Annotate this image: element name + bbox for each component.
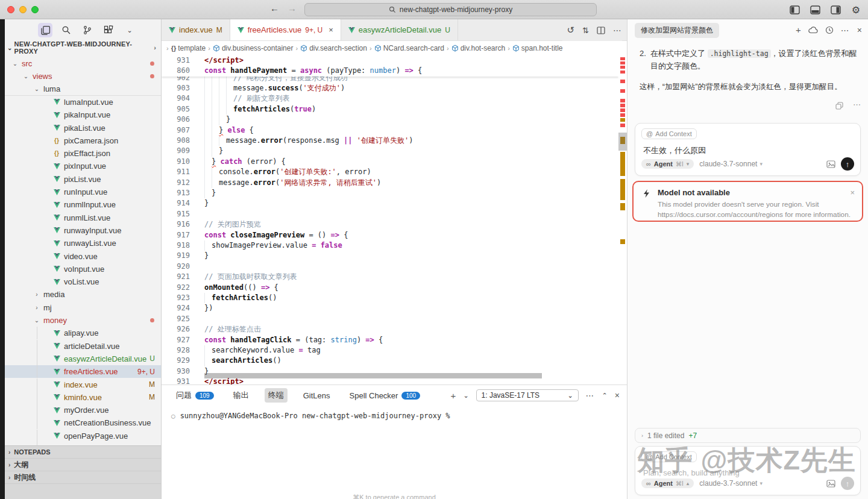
chat-input-card-bottom[interactable]: @ Add Context Plan, search, build anythi… (635, 446, 861, 495)
more-icon[interactable]: ⋯ (841, 25, 850, 35)
sidebar-tool-extensions-icon[interactable] (101, 23, 116, 37)
sidebar-section-时间线[interactable]: ›时间线 (5, 471, 161, 484)
tree-item-freeArticles.vue[interactable]: freeArticles.vue9+, U (5, 365, 161, 378)
plus-icon[interactable]: + (451, 391, 456, 401)
layout-panel-icon[interactable] (809, 4, 821, 16)
tree-item-voInput.vue[interactable]: voInput.vue (5, 263, 161, 275)
send-button[interactable]: ↑ (841, 477, 854, 490)
tree-item-media[interactable]: ›media (5, 288, 161, 301)
sidebar-tool-search-icon[interactable] (59, 23, 74, 37)
chevron-down-icon[interactable]: ⌄ (463, 392, 468, 400)
tree-item-articleDetail.vue[interactable]: articleDetail.vue (5, 340, 161, 353)
tree-item-runmlList.vue[interactable]: runmlList.vue (5, 212, 161, 224)
split-editor-icon[interactable] (597, 27, 605, 34)
more-icon[interactable]: ⋯ (853, 102, 861, 110)
panel-tab-问题[interactable]: 问题109 (172, 388, 218, 403)
panel-tab-输出[interactable]: 输出 (230, 388, 253, 403)
layout-sidebar-left-icon[interactable] (788, 4, 800, 16)
breadcrumb-item-div.search-section[interactable]: div.search-section (300, 44, 367, 52)
tree-item-luma[interactable]: ⌄luma (5, 83, 161, 96)
sidebar-tool-files-icon[interactable] (38, 23, 52, 37)
close-icon[interactable]: × (857, 25, 862, 35)
tree-item-pixCamera.json[interactable]: {}pixCamera.json (5, 134, 161, 147)
tree-item-kminfo.vue[interactable]: kminfo.vueM (5, 391, 161, 404)
breadcrumb-item-NCard.search-card[interactable]: NCard.search-card (374, 44, 444, 52)
tree-item-pixList.vue[interactable]: pixList.vue (5, 173, 161, 186)
breadcrumb-item-div.business-container[interactable]: div.business-container (213, 44, 294, 52)
image-attach-icon[interactable] (826, 160, 835, 168)
tree-item-easywzArticleDetail.vue[interactable]: easywzArticleDetail.vueU (5, 353, 161, 365)
minimize-window-button[interactable] (19, 6, 27, 13)
zoom-window-button[interactable] (31, 6, 39, 13)
layout-sidebar-right-icon[interactable] (829, 4, 841, 16)
terminal-prompt-line[interactable]: ○ sunnyzhou@YANGdeMacBook-Pro new-chatgp… (171, 412, 450, 420)
open-changes-icon[interactable]: ⇅ (582, 26, 589, 35)
model-selector[interactable]: claude-3.7-sonnet ▾ (699, 479, 763, 488)
tree-item-pikaList.vue[interactable]: pikaList.vue (5, 122, 161, 134)
close-icon[interactable]: × (850, 188, 855, 197)
forward-arrow-icon[interactable]: → (288, 3, 297, 13)
close-icon[interactable]: × (615, 391, 620, 400)
sidebar-tool-source-control-icon[interactable] (80, 23, 95, 37)
tree-item-netCreationBusiness.vue[interactable]: netCreationBusiness.vue (5, 416, 161, 429)
tree-item-runwayList.vue[interactable]: runwayList.vue (5, 237, 161, 250)
tree-item-video.vue[interactable]: video.vue (5, 250, 161, 263)
terminal-profile-select[interactable]: 1: JavaSE-17 LTS⌄ (476, 389, 579, 401)
sidebar-section-NOTEPADS[interactable]: ›NOTEPADS (5, 446, 161, 459)
more-icon[interactable]: ⋯ (613, 25, 622, 35)
add-context-chip[interactable]: @ Add Context (641, 451, 697, 462)
tree-item-alipay.vue[interactable]: alipay.vue (5, 327, 161, 339)
command-center-search[interactable]: new-chatgpt-web-midjourney-proxy (304, 3, 597, 16)
agent-mode-selector[interactable]: ∞ Agent ⌘I ▴ (641, 479, 694, 488)
tree-item-voList.vue[interactable]: voList.vue (5, 275, 161, 288)
vertical-scrollbar-thumb[interactable] (618, 133, 627, 151)
editor-tab-easywzArticleDetail.vue[interactable]: easywzArticleDetail.vueU (341, 19, 458, 40)
history-icon[interactable]: ↺ (567, 25, 575, 36)
tree-item-runInput.vue[interactable]: runInput.vue (5, 186, 161, 198)
code-editor[interactable]: 931</script>860const handlePayment = asy… (162, 55, 627, 384)
sidebar-tool-chevron-down-icon[interactable]: ⌄ (122, 23, 137, 37)
add-context-chip[interactable]: @ Add Context (641, 128, 697, 139)
chat-input-placeholder[interactable]: Plan, search, build anything (643, 468, 740, 477)
tree-item-pixInput.vue[interactable]: pixInput.vue (5, 160, 161, 172)
tree-item-pixEffact.json[interactable]: {}pixEffact.json (5, 147, 161, 160)
editor-tab-index.vue[interactable]: index.vueM (162, 19, 230, 40)
breadcrumb-item-span.hot-title[interactable]: span.hot-title (512, 44, 563, 52)
tree-item-runwayInput.vue[interactable]: runwayInput.vue (5, 224, 161, 237)
image-attach-icon[interactable] (826, 480, 835, 488)
panel-tab-GitLens[interactable]: GitLens (300, 389, 334, 402)
editor-tab-freeArticles.vue[interactable]: freeArticles.vue9+, U× (230, 19, 341, 40)
tree-item-src[interactable]: ⌄src (5, 57, 161, 70)
chevron-up-icon[interactable]: ⌃ (602, 392, 608, 400)
tree-item-myOrder.vue[interactable]: myOrder.vue (5, 404, 161, 416)
tree-item-money[interactable]: ⌄money (5, 314, 161, 327)
tree-item-mj[interactable]: ›mj (5, 301, 161, 314)
files-edited-summary[interactable]: › 1 file edited +7 (635, 428, 861, 443)
copy-icon[interactable] (835, 102, 843, 110)
gear-icon[interactable]: ⚙ (850, 4, 862, 16)
close-window-button[interactable] (7, 6, 14, 13)
breadcrumb-item-template[interactable]: {}template (171, 44, 206, 52)
tree-item-index.vue[interactable]: index.vueM (5, 378, 161, 391)
project-section-header[interactable]: ⌄ NEW-CHATGPT-WEB-MIDJOURNEY-PROXY › (5, 41, 161, 54)
more-icon[interactable]: ⋯ (586, 391, 595, 400)
chat-input-text[interactable]: 不生效，什么原因 (643, 145, 706, 156)
panel-tab-终端[interactable]: 终端 (265, 388, 288, 403)
tree-item-openPayPage.vue[interactable]: openPayPage.vue (5, 430, 161, 442)
tree-item-pikaInput.vue[interactable]: pikaInput.vue (5, 108, 161, 121)
chat-tab[interactable]: 修改加盟网站背景颜色 (635, 23, 719, 38)
horizontal-scrollbar[interactable] (204, 373, 542, 378)
tree-item-views[interactable]: ⌄views (5, 70, 161, 83)
tree-item-lumaInput.vue[interactable]: lumaInput.vue (5, 96, 161, 108)
overview-ruler[interactable] (618, 55, 627, 384)
plus-icon[interactable]: + (796, 25, 801, 35)
sidebar-section-大纲[interactable]: ›大纲 (5, 459, 161, 471)
chat-input-card[interactable]: @ Add Context 不生效，什么原因 ∞ Agent ⌘I ▾ clau… (635, 123, 861, 176)
breadcrumb[interactable]: ›{}template›div.business-container›div.s… (162, 41, 627, 55)
agent-mode-selector[interactable]: ∞ Agent ⌘I ▾ (641, 159, 694, 169)
close-tab-icon[interactable]: × (329, 25, 333, 34)
model-selector[interactable]: claude-3.7-sonnet ▾ (699, 160, 763, 168)
panel-tab-Spell Checker[interactable]: Spell Checker100 (346, 389, 424, 402)
cloud-icon[interactable] (808, 25, 818, 35)
tree-item-runmlInput.vue[interactable]: runmlInput.vue (5, 198, 161, 211)
